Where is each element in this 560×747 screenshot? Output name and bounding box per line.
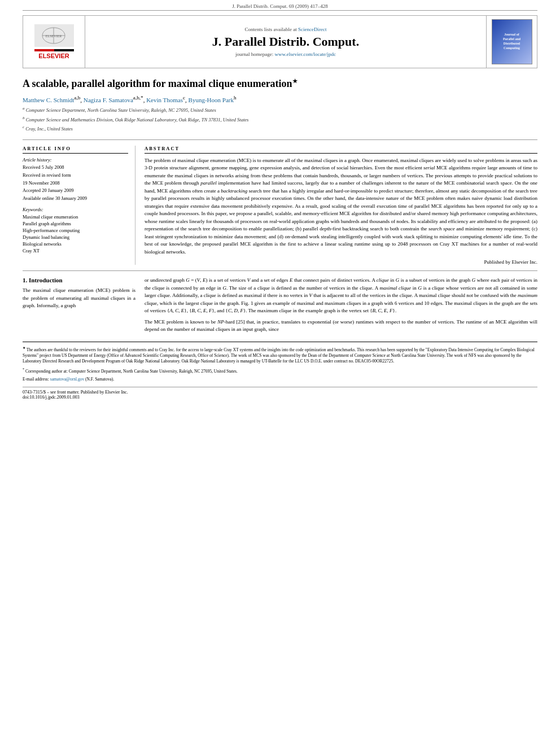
history-item-5: Available online 30 January 2009	[23, 195, 128, 202]
journal-ref-bar: J. Parallel Distrib. Comput. 69 (2009) 4…	[23, 0, 537, 11]
elsevier-label: ELSEVIER	[38, 53, 69, 59]
page-wrapper: J. Parallel Distrib. Comput. 69 (2009) 4…	[0, 0, 560, 747]
elsevier-color-bar	[34, 49, 74, 51]
journal-cover-image: Journal of Parallel and Distributed Comp…	[492, 19, 532, 64]
article-title: A scalable, parallel algorithm for maxim…	[23, 77, 537, 90]
intro-right-para-2: The MCE problem is known to be NP-hard […	[145, 318, 537, 334]
history-item-4: Accepted 20 January 2009	[23, 187, 128, 194]
author-line: Matthew C. Schmidta,b, Nagiza F. Samatov…	[23, 95, 537, 103]
keyword-2: Parallel graph algorithms	[23, 221, 128, 226]
section-divider	[23, 270, 537, 271]
elsevier-logo-area: ELSEVIER ELSEVIER	[23, 16, 85, 68]
homepage-link[interactable]: www.elsevier.com/locate/jpdc	[275, 51, 336, 57]
author-affiliations: a Computer Science Department, North Car…	[23, 106, 537, 133]
journal-cover-area: Journal of Parallel and Distributed Comp…	[486, 16, 537, 68]
footnote-corresponding: * Corresponding author at: Computer Scie…	[23, 367, 537, 374]
keywords-section: Keywords: Maximal clique enumeration Par…	[23, 207, 128, 254]
two-col-section: ARTICLE INFO Article history: Received 5…	[23, 146, 537, 265]
footnote-email: E-mail address: samatova@ornl.gov (N.F. …	[23, 377, 537, 383]
contents-line: Contents lists available at ScienceDirec…	[245, 27, 327, 32]
intro-section-title: 1. Introduction	[23, 277, 135, 283]
keyword-6: Cray XT	[23, 248, 128, 254]
bottom-bar: 0743-7315/$ – see front matter. Publishe…	[23, 387, 537, 400]
abstract-text: The problem of maximal clique enumeratio…	[145, 157, 537, 256]
footnote-section: ★ The authors are thankful to the review…	[23, 342, 537, 383]
affiliation-a: a Computer Science Department, North Car…	[23, 106, 537, 114]
history-title: Article history:	[23, 157, 128, 163]
footnote-star: ★ The authors are thankful to the review…	[23, 346, 537, 365]
article-info-heading: ARTICLE INFO	[23, 146, 128, 154]
history-item-2: Received in revised form	[23, 172, 128, 179]
abstract-col: ABSTRACT The problem of maximal clique e…	[145, 146, 537, 265]
intro-left-para: The maximal clique enumeration (MCE) pro…	[23, 287, 135, 310]
author-1-name: Matthew C. Schmidt	[23, 97, 74, 103]
article-info-col: ARTICLE INFO Article history: Received 5…	[23, 146, 135, 265]
keyword-4: Dynamic load balancing	[23, 234, 128, 240]
homepage-line: journal homepage: www.elsevier.com/locat…	[235, 51, 336, 57]
intro-right-para-1: or undirected graph G = (V, E) is a set …	[145, 277, 537, 315]
svg-text:ELSEVIER: ELSEVIER	[46, 34, 62, 38]
elsevier-graphic: ELSEVIER	[34, 24, 74, 47]
author-4-name: Byung-Hoon Park	[189, 97, 234, 103]
affiliation-b: b Computer Science and Mathematics Divis…	[23, 115, 537, 124]
intro-section: 1. Introduction The maximal clique enume…	[23, 277, 537, 337]
header-center: Contents lists available at ScienceDirec…	[85, 16, 486, 68]
keywords-title: Keywords:	[23, 207, 128, 212]
journal-ref-text: J. Parallel Distrib. Comput. 69 (2009) 4…	[232, 3, 328, 9]
sciencedirect-link[interactable]: ScienceDirect	[298, 27, 326, 32]
article-title-section: A scalable, parallel algorithm for maxim…	[23, 77, 537, 140]
header-section: ELSEVIER ELSEVIER Contents lists availab…	[23, 15, 537, 68]
abstract-heading: ABSTRACT	[145, 146, 537, 154]
author-3-name: Kevin Thomas	[146, 97, 183, 103]
keyword-1: Maximal clique enumeration	[23, 214, 128, 220]
history-item-1: Received 5 July 2008	[23, 164, 128, 171]
keyword-5: Biological networks	[23, 241, 128, 247]
cover-text: Journal of Parallel and Distributed Comp…	[503, 33, 520, 50]
affiliation-c: c Cray, Inc., United States	[23, 124, 537, 133]
footnote-email-link[interactable]: samatova@ornl.gov	[50, 377, 84, 382]
journal-title: J. Parallel Distrib. Comput.	[212, 34, 359, 49]
article-history: Article history: Received 5 July 2008 Re…	[23, 157, 128, 202]
intro-right: or undirected graph G = (V, E) is a set …	[145, 277, 537, 337]
published-by: Published by Elsevier Inc.	[145, 259, 537, 265]
keyword-3: High-performance computing	[23, 228, 128, 233]
bottom-issn: 0743-7315/$ – see front matter. Publishe…	[23, 390, 128, 400]
author-2-name: Nagiza F. Samatova	[84, 97, 133, 103]
intro-left: 1. Introduction The maximal clique enume…	[23, 277, 135, 337]
history-item-3: 19 November 2008	[23, 180, 128, 187]
